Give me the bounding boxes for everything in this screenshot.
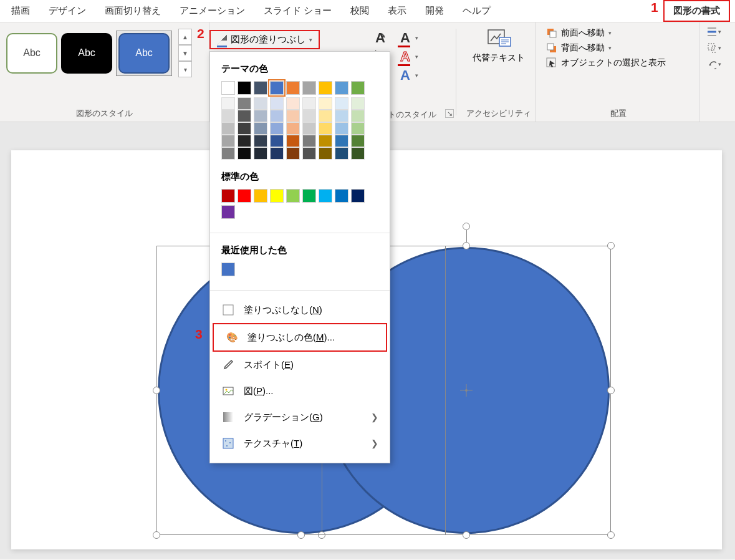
tint-swatch[interactable]	[238, 147, 251, 160]
wordart-dialog-launcher[interactable]: ↘	[445, 109, 454, 118]
tint-swatch[interactable]	[270, 122, 284, 135]
tint-swatch[interactable]	[302, 110, 316, 122]
tint-swatch[interactable]	[319, 97, 332, 110]
tint-swatch[interactable]	[319, 135, 332, 147]
tint-swatch[interactable]	[302, 97, 316, 110]
shape-style-3[interactable]: Abc	[118, 33, 170, 74]
tint-swatch[interactable]	[319, 110, 332, 122]
shape-fill-button[interactable]: 2 図形の塗りつぶし ▾	[209, 30, 320, 49]
handle1-sw[interactable]	[153, 531, 160, 539]
standard-swatch[interactable]	[302, 189, 316, 203]
standard-swatch[interactable]	[286, 189, 300, 203]
handle1-s[interactable]	[297, 531, 305, 539]
theme-swatch[interactable]	[221, 81, 235, 95]
tint-swatch[interactable]	[286, 147, 300, 160]
gradient-fill-item[interactable]: グラデーション(G) ❯	[210, 404, 390, 430]
theme-swatch[interactable]	[302, 81, 316, 95]
tab-transitions[interactable]: 画面切り替え	[96, 1, 170, 21]
tint-swatch[interactable]	[302, 135, 316, 147]
standard-swatch[interactable]	[221, 205, 235, 219]
eyedropper-item[interactable]: スポイト(E)	[210, 352, 390, 378]
rotate-handle[interactable]	[463, 223, 470, 230]
tab-review[interactable]: 校閲	[342, 1, 378, 21]
standard-swatch[interactable]	[270, 189, 284, 203]
standard-swatch[interactable]	[335, 189, 348, 203]
text-fill-color[interactable]: A▾	[396, 30, 418, 46]
tab-animations[interactable]: アニメーション	[171, 1, 254, 21]
theme-swatch[interactable]	[238, 81, 251, 95]
tint-swatch[interactable]	[221, 110, 235, 122]
recent-swatch[interactable]	[221, 263, 235, 276]
tint-swatch[interactable]	[238, 122, 251, 135]
shape-style-1[interactable]: Abc	[6, 33, 57, 74]
tint-swatch[interactable]	[335, 110, 348, 122]
handle-ne[interactable]	[607, 242, 615, 249]
handle-se[interactable]	[607, 531, 615, 539]
align-button[interactable]: ▾	[708, 26, 721, 37]
tint-swatch[interactable]	[221, 97, 235, 110]
standard-swatch[interactable]	[254, 189, 267, 203]
tint-swatch[interactable]	[254, 135, 267, 147]
tint-swatch[interactable]	[335, 135, 348, 147]
rotate-button[interactable]: ▾	[708, 59, 721, 70]
picture-fill-item[interactable]: 図(P)...	[210, 378, 390, 404]
alt-text-button[interactable]: 代替テキスト	[465, 25, 532, 65]
tint-swatch[interactable]	[238, 97, 251, 110]
tint-swatch[interactable]	[286, 97, 300, 110]
standard-swatch[interactable]	[351, 189, 365, 203]
tint-swatch[interactable]	[302, 147, 316, 160]
shape-style-2[interactable]: Abc	[61, 33, 112, 74]
gallery-more[interactable]: ▾	[178, 61, 192, 77]
tint-swatch[interactable]	[351, 135, 365, 147]
tint-swatch[interactable]	[351, 147, 365, 160]
tab-shape-format[interactable]: 図形の書式 1	[663, 0, 730, 22]
tab-view[interactable]: 表示	[379, 1, 415, 21]
text-outline-color[interactable]: A▾	[396, 49, 418, 65]
tint-swatch[interactable]	[238, 110, 251, 122]
tint-swatch[interactable]	[270, 97, 284, 110]
tint-swatch[interactable]	[351, 110, 365, 122]
gallery-down[interactable]: ▼	[178, 45, 192, 61]
tint-swatch[interactable]	[238, 135, 251, 147]
handle-s[interactable]	[463, 531, 470, 539]
tab-design[interactable]: デザイン	[40, 1, 95, 21]
theme-swatch[interactable]	[270, 81, 284, 95]
theme-swatch[interactable]	[335, 81, 348, 95]
send-backward[interactable]: 背面へ移動 ▾	[546, 42, 690, 54]
tint-swatch[interactable]	[254, 110, 267, 122]
tab-slideshow[interactable]: スライド ショー	[255, 1, 340, 21]
tint-swatch[interactable]	[319, 122, 332, 135]
standard-swatch[interactable]	[221, 189, 235, 203]
tint-swatch[interactable]	[270, 110, 284, 122]
tint-swatch[interactable]	[335, 122, 348, 135]
tint-swatch[interactable]	[351, 97, 365, 110]
tab-developer[interactable]: 開発	[416, 1, 453, 21]
tint-swatch[interactable]	[221, 122, 235, 135]
selection-pane[interactable]: オブジェクトの選択と表示	[546, 57, 690, 69]
tint-swatch[interactable]	[221, 135, 235, 147]
text-fill[interactable]: A✎	[372, 30, 389, 46]
tint-swatch[interactable]	[286, 122, 300, 135]
handle-n[interactable]	[463, 242, 470, 249]
theme-swatch[interactable]	[351, 81, 365, 95]
tab-help[interactable]: ヘルプ	[454, 1, 499, 21]
tint-swatch[interactable]	[351, 122, 365, 135]
tint-swatch[interactable]	[319, 147, 332, 160]
tint-swatch[interactable]	[270, 147, 284, 160]
tint-swatch[interactable]	[335, 147, 348, 160]
tint-swatch[interactable]	[302, 122, 316, 135]
standard-swatch[interactable]	[238, 189, 251, 203]
text-effects[interactable]: A▾	[396, 67, 418, 84]
theme-swatch[interactable]	[254, 81, 267, 95]
gallery-up[interactable]: ▲	[178, 29, 192, 45]
theme-swatch[interactable]	[286, 81, 300, 95]
group-button[interactable]: ▾	[708, 42, 721, 54]
tint-swatch[interactable]	[335, 97, 348, 110]
theme-swatch[interactable]	[319, 81, 332, 95]
bring-forward[interactable]: 前面へ移動 ▾	[546, 27, 690, 39]
tint-swatch[interactable]	[221, 147, 235, 160]
handle-e[interactable]	[607, 387, 615, 394]
tab-draw[interactable]: 描画	[2, 1, 39, 21]
more-fill-colors-item[interactable]: 3 🎨 塗りつぶしの色(M)...	[213, 323, 387, 352]
tint-swatch[interactable]	[286, 110, 300, 122]
